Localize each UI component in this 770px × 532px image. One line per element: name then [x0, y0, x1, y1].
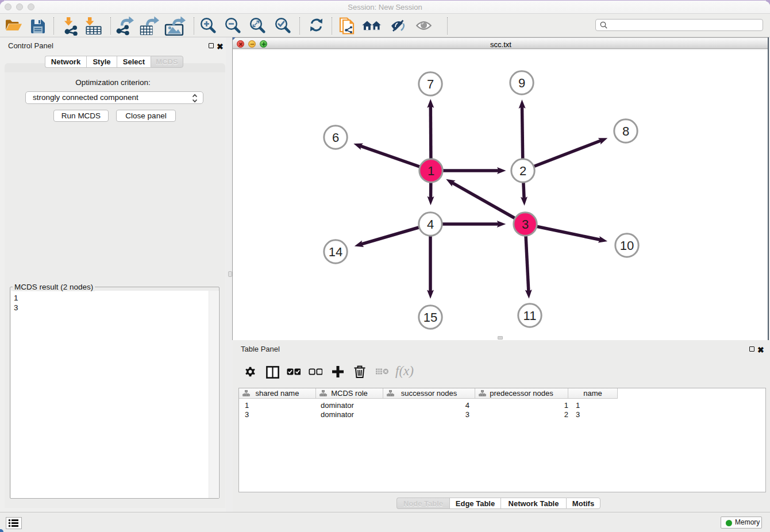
svg-text:8: 8 — [622, 124, 629, 138]
svg-text:10: 10 — [620, 238, 634, 253]
svg-text:1: 1 — [428, 164, 434, 178]
svg-text:4: 4 — [427, 217, 434, 232]
svg-text:9: 9 — [518, 76, 525, 90]
svg-text:7: 7 — [427, 77, 434, 91]
svg-text:15: 15 — [424, 310, 437, 325]
svg-text:6: 6 — [332, 130, 339, 145]
svg-text:11: 11 — [523, 309, 537, 323]
svg-text:3: 3 — [522, 217, 529, 232]
svg-text:2: 2 — [519, 164, 526, 178]
svg-text:14: 14 — [329, 245, 342, 259]
